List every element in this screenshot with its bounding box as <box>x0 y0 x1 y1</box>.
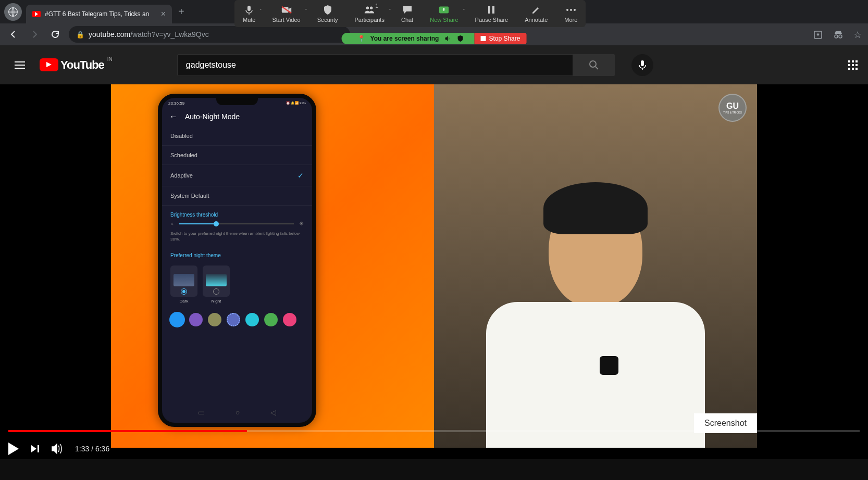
bookmark-star-icon[interactable]: ☆ <box>853 29 862 41</box>
install-icon[interactable] <box>813 30 823 40</box>
zoom-more-button[interactable]: More <box>556 2 586 25</box>
back-arrow-icon: ← <box>169 112 178 121</box>
tab-close-icon[interactable]: × <box>161 9 166 19</box>
svg-rect-16 <box>641 60 644 66</box>
video-content: 23:36:59 ◀ ◯ ◉ ✉ ⏰ 🔔 📶 91% ← Auto-Night … <box>111 84 757 448</box>
brightness-low-icon: ☼ <box>170 221 174 226</box>
next-button[interactable] <box>29 443 41 454</box>
option-system-default: System Default <box>162 186 312 206</box>
back-button[interactable] <box>6 27 21 42</box>
search-button[interactable] <box>573 54 615 76</box>
incognito-icon <box>4 3 22 21</box>
search-icon <box>588 59 600 71</box>
reload-button[interactable] <box>48 27 63 42</box>
tab-title: #GTT 6 Best Telegram Tips, Tricks an <box>45 10 157 18</box>
zoom-pause-share-button[interactable]: Pause Share <box>467 2 517 25</box>
youtube-header: YouTube IN <box>0 45 868 84</box>
svg-point-4 <box>366 7 369 9</box>
back-nav-icon: ◁ <box>270 408 276 416</box>
option-scheduled: Scheduled <box>162 146 312 165</box>
microphone-icon <box>243 4 255 16</box>
svg-point-13 <box>835 35 838 38</box>
recent-apps-icon: ▭ <box>198 408 205 416</box>
stop-share-button[interactable]: Stop Share <box>474 33 526 44</box>
chevron-down-icon[interactable]: ⌄ <box>304 6 308 11</box>
more-icon <box>565 4 577 16</box>
svg-point-5 <box>370 7 373 9</box>
participants-count: 1 <box>375 3 378 9</box>
video-controls: 1:33 / 6:36 <box>0 430 868 459</box>
chevron-down-icon[interactable]: ⌄ <box>462 6 466 11</box>
svg-point-14 <box>839 35 842 38</box>
color-swatch <box>189 313 203 326</box>
play-icon <box>8 443 19 455</box>
channel-badge: GU TIPS & TRICKS <box>718 94 747 122</box>
pause-icon <box>486 4 497 16</box>
incognito-indicator-icon[interactable] <box>833 30 844 40</box>
shield-check-icon <box>456 35 464 42</box>
sharing-status[interactable]: 📍 You are screen sharing <box>342 33 475 44</box>
zoom-mute-button[interactable]: Mute ⌄ <box>234 2 264 25</box>
hamburger-menu-button[interactable] <box>10 57 29 73</box>
color-swatch <box>170 313 184 326</box>
pencil-icon <box>530 4 542 16</box>
chevron-down-icon[interactable]: ⌄ <box>388 6 392 11</box>
zoom-annotate-button[interactable]: Annotate <box>516 2 556 25</box>
play-button[interactable] <box>8 443 19 455</box>
apps-button[interactable] <box>848 60 858 70</box>
voice-search-button[interactable] <box>631 54 653 76</box>
zoom-security-button[interactable]: Security <box>309 2 346 25</box>
phone-mockup: 23:36:59 ◀ ◯ ◉ ✉ ⏰ 🔔 📶 91% ← Auto-Night … <box>158 94 316 427</box>
zoom-new-share-button[interactable]: New Share ⌄ <box>421 2 466 25</box>
time-display: 1:33 / 6:36 <box>75 445 109 453</box>
video-player[interactable]: 23:36:59 ◀ ◯ ◉ ✉ ⏰ 🔔 📶 91% ← Auto-Night … <box>0 84 868 459</box>
color-swatch <box>208 313 221 326</box>
zoom-chat-button[interactable]: Chat <box>393 2 421 25</box>
chat-icon <box>402 4 413 16</box>
stop-icon <box>480 36 486 41</box>
phone-nav-bar: ▭ ○ ◁ <box>162 408 312 416</box>
color-swatch <box>245 313 259 326</box>
color-swatch <box>227 313 240 326</box>
zoom-participants-button[interactable]: Participants 1 ⌄ <box>346 2 392 25</box>
svg-rect-8 <box>492 6 494 14</box>
forward-button[interactable] <box>27 27 42 42</box>
youtube-logo[interactable]: YouTube IN <box>40 58 104 72</box>
presenter-video: GU TIPS & TRICKS <box>434 84 757 448</box>
search-input[interactable] <box>177 54 573 76</box>
theme-section-label: Preferred night theme <box>162 246 312 261</box>
brightness-slider: ☼ ☀ <box>162 221 312 226</box>
next-icon <box>29 443 41 454</box>
brightness-high-icon: ☀ <box>299 221 304 226</box>
browser-tab[interactable]: #GTT 6 Best Telegram Tips, Tricks an × <box>26 5 172 23</box>
brightness-hint: Switch to your preferred night theme whe… <box>162 226 312 246</box>
svg-point-9 <box>566 9 568 11</box>
progress-bar[interactable] <box>8 430 860 432</box>
chevron-down-icon[interactable]: ⌄ <box>259 6 263 11</box>
url-text: youtube.com/watch?v=yv_Lwka9Qvc <box>89 30 209 39</box>
youtube-logo-icon <box>40 58 58 71</box>
brightness-section-label: Brightness threshold <box>162 206 312 221</box>
phone-screen-header: ← Auto-Night Mode <box>162 107 312 127</box>
accent-color-picker <box>162 308 312 332</box>
volume-button[interactable] <box>51 443 65 454</box>
svg-rect-1 <box>247 6 251 11</box>
zoom-video-button[interactable]: Start Video ⌄ <box>264 2 308 25</box>
lapel-mic <box>600 356 618 375</box>
option-disabled: Disabled <box>162 127 312 146</box>
url-input[interactable]: 🔒 youtube.com/watch?v=yv_Lwka9Qvc <box>69 26 350 43</box>
zoom-toolbar: Mute ⌄ Start Video ⌄ Security Participan… <box>234 0 586 27</box>
pin-icon: 📍 <box>357 35 365 42</box>
lock-icon: 🔒 <box>76 31 84 39</box>
youtube-favicon-icon <box>32 11 41 17</box>
microphone-icon <box>638 60 647 70</box>
new-tab-button[interactable]: + <box>178 6 184 18</box>
participants-icon <box>364 4 375 16</box>
radio-selected-icon <box>181 288 187 295</box>
theme-night-card <box>203 266 230 297</box>
phone-screen-title: Auto-Night Mode <box>185 112 240 121</box>
svg-rect-7 <box>488 6 490 14</box>
svg-point-11 <box>574 9 576 11</box>
phone-notch <box>216 98 258 105</box>
screen-sharing-banner: 📍 You are screen sharing Stop Share <box>342 31 527 46</box>
